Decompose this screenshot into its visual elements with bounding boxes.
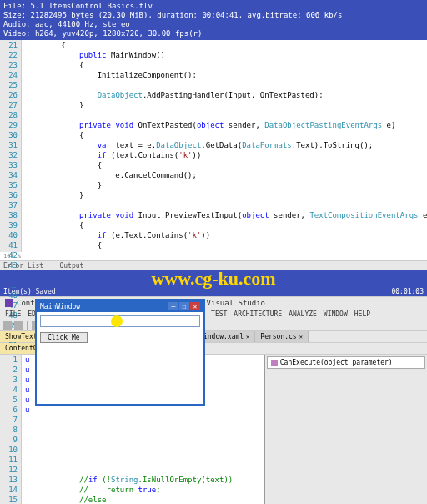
- menu-window[interactable]: WINDOW: [324, 310, 348, 318]
- menu-help[interactable]: HELP: [354, 310, 370, 318]
- file-line: File: 5.1 ItemsControl Basics.flv: [3, 2, 424, 11]
- right-dropdown-panel: CanExecute(object parameter): [264, 355, 427, 504]
- close-icon[interactable]: ✕: [246, 334, 249, 340]
- status-text: Item(s) Saved: [3, 288, 56, 295]
- watermark-overlay: www.cg-ku.com: [0, 270, 427, 287]
- media-info-header: File: 5.1 ItemsControl Basics.flv Size: …: [0, 0, 427, 40]
- menu-architecture[interactable]: ARCHITECTURE: [234, 310, 282, 318]
- zoom-indicator: 100 %: [0, 252, 427, 260]
- member-dropdown[interactable]: CanExecute(object parameter): [267, 356, 425, 369]
- error-list-tab[interactable]: Error List: [3, 262, 43, 270]
- output-tab[interactable]: Output: [59, 262, 83, 270]
- line-gutter: 1234567891011121314151617181920212223242…: [0, 355, 22, 504]
- close-button[interactable]: ✕: [190, 302, 200, 310]
- maximize-button[interactable]: ☐: [179, 302, 189, 310]
- app-titlebar[interactable]: MainWindow – ☐ ✕: [37, 300, 203, 312]
- tab-person-cs[interactable]: Person.cs ✕: [255, 331, 309, 342]
- upper-code-pane: 2122232425262728293031323334353637383940…: [0, 40, 427, 252]
- line-gutter: 2122232425262728293031323334353637383940…: [0, 40, 22, 252]
- running-app-window[interactable]: MainWindow – ☐ ✕ Click Me: [35, 299, 205, 406]
- menu-file[interactable]: FILE: [5, 310, 21, 318]
- status-time: 00:01:03: [391, 288, 424, 295]
- toolbar-icon[interactable]: [14, 321, 23, 330]
- cursor-highlight-icon: [111, 315, 123, 327]
- close-icon[interactable]: ✕: [299, 334, 303, 340]
- text-input[interactable]: [40, 315, 200, 327]
- menu-analyze[interactable]: ANALYZE: [289, 310, 317, 318]
- menu-test[interactable]: TEST: [211, 310, 227, 318]
- code-area: { public MainWindow() { InitializeCompon…: [22, 40, 427, 252]
- vs-logo-icon: [5, 299, 13, 307]
- toolbar-icon[interactable]: [3, 321, 12, 330]
- app-body: Click Me: [37, 312, 203, 346]
- method-icon: [271, 360, 278, 366]
- audio-line: Audio: aac, 44100 Hz, stereo: [3, 20, 424, 29]
- size-line: Size: 21282495 bytes (20.30 MiB), durati…: [3, 11, 424, 20]
- video-line: Video: h264, yuv420p, 1280x720, 30.00 fp…: [3, 29, 424, 38]
- minimize-button[interactable]: –: [168, 302, 178, 310]
- click-me-button[interactable]: Click Me: [40, 332, 88, 343]
- app-title: MainWindow: [40, 303, 80, 310]
